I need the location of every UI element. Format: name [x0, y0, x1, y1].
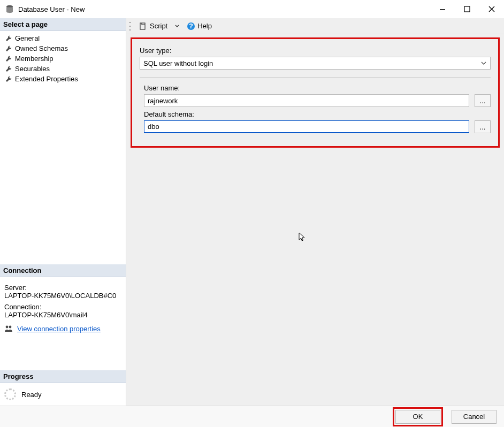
- user-type-select[interactable]: SQL user without login: [140, 57, 491, 70]
- script-dropdown[interactable]: [173, 24, 181, 28]
- page-label: Owned Schemas: [15, 44, 68, 52]
- script-button[interactable]: Script: [136, 21, 171, 32]
- view-connection-properties-link[interactable]: View connection properties: [17, 325, 101, 333]
- server-label: Server:: [4, 284, 121, 292]
- sidebar: Select a page General Owned Schemas Memb…: [0, 18, 126, 406]
- cancel-button[interactable]: Cancel: [452, 410, 497, 424]
- maximize-button[interactable]: [455, 0, 479, 18]
- people-icon: [4, 324, 13, 333]
- connection-info: Server: LAPTOP-KK75M6V0\LOCALDB#C0 Conne…: [0, 277, 126, 321]
- user-name-input[interactable]: [144, 94, 469, 107]
- minimize-button[interactable]: [430, 0, 455, 18]
- server-value: LAPTOP-KK75M6V0\LOCALDB#C0: [4, 292, 121, 300]
- toolbar: Script ? Help: [126, 18, 504, 34]
- database-icon: [5, 5, 14, 13]
- progress-spinner-icon: [4, 388, 16, 400]
- page-list: General Owned Schemas Membership Securab…: [0, 31, 126, 86]
- content-pane: Script ? Help User type: SQL user withou…: [126, 18, 504, 406]
- page-label: General: [15, 34, 40, 42]
- user-name-label: User name:: [144, 84, 491, 92]
- ok-button[interactable]: OK: [395, 410, 440, 424]
- titlebar: Database User - New: [0, 0, 504, 18]
- window-title: Database User - New: [18, 5, 85, 13]
- wrench-icon: [5, 66, 12, 72]
- connection-header: Connection: [0, 264, 126, 277]
- svg-rect-1: [440, 9, 445, 10]
- sidebar-item-extended-properties[interactable]: Extended Properties: [0, 74, 126, 84]
- help-label: Help: [197, 22, 212, 30]
- select-page-header: Select a page: [0, 18, 126, 31]
- svg-point-0: [6, 5, 13, 8]
- script-label: Script: [150, 22, 167, 30]
- wrench-icon: [5, 56, 12, 62]
- sidebar-item-membership[interactable]: Membership: [0, 54, 126, 64]
- toolbar-grip-icon: [129, 22, 133, 30]
- wrench-icon: [5, 45, 12, 52]
- progress-status: Ready: [21, 391, 42, 399]
- default-schema-label: Default schema:: [144, 110, 491, 118]
- user-name-browse-button[interactable]: ...: [475, 94, 491, 107]
- page-label: Membership: [15, 55, 54, 63]
- wrench-icon: [5, 76, 12, 82]
- page-label: Securables: [15, 65, 50, 73]
- default-schema-input[interactable]: [144, 120, 469, 133]
- sidebar-item-securables[interactable]: Securables: [0, 64, 126, 74]
- svg-rect-5: [140, 23, 145, 29]
- user-type-label: User type:: [140, 47, 491, 55]
- help-button[interactable]: ? Help: [184, 21, 215, 32]
- default-schema-browse-button[interactable]: ...: [475, 120, 491, 133]
- progress-header: Progress: [0, 370, 126, 383]
- general-form: User type: SQL user without login User n…: [131, 37, 500, 148]
- sidebar-item-owned-schemas[interactable]: Owned Schemas: [0, 43, 126, 54]
- sidebar-item-general[interactable]: General: [0, 33, 126, 43]
- separator: [140, 77, 491, 78]
- script-icon: [139, 22, 148, 30]
- svg-rect-2: [464, 6, 470, 12]
- chevron-down-icon: [175, 24, 179, 28]
- svg-point-4: [9, 326, 12, 329]
- connection-value: LAPTOP-KK75M6V0\mail4: [4, 311, 121, 319]
- svg-text:?: ?: [189, 22, 193, 30]
- wrench-icon: [5, 35, 12, 42]
- dialog-footer: OK Cancel: [0, 406, 504, 427]
- help-icon: ?: [187, 22, 195, 30]
- close-button[interactable]: [479, 0, 504, 18]
- ok-highlight: OK: [393, 407, 443, 426]
- page-label: Extended Properties: [15, 75, 78, 83]
- svg-point-3: [6, 326, 9, 329]
- progress-row: Ready: [0, 383, 126, 406]
- connection-label: Connection:: [4, 303, 121, 311]
- mouse-cursor-icon: [298, 232, 308, 241]
